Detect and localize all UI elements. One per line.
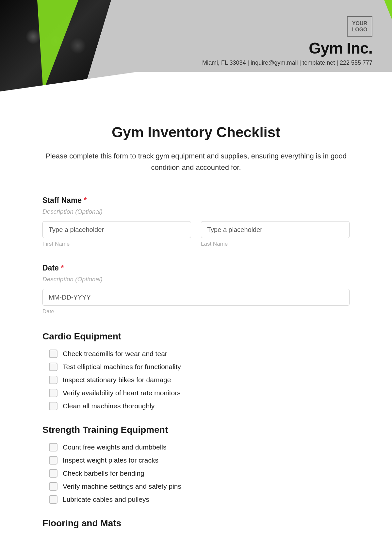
checkbox[interactable] [49, 402, 57, 410]
checklist-item: Verify availability of heart rate monito… [49, 389, 350, 397]
checkbox[interactable] [49, 443, 57, 451]
form-title: Gym Inventory Checklist [42, 124, 350, 140]
field-date: Date * Description (Optional) Date [42, 264, 350, 315]
checklist-item-label: Lubricate cables and pulleys [63, 496, 149, 503]
checkbox[interactable] [49, 482, 57, 491]
green-accent-right [372, 0, 392, 20]
checkbox[interactable] [49, 469, 57, 478]
checklist-item-label: Check barbells for bending [63, 469, 144, 477]
staff-name-label: Staff Name * [42, 196, 350, 205]
date-label: Date * [42, 264, 350, 272]
logo-placeholder: YOUR LOGO [347, 16, 372, 37]
checklist-item: Count free weights and dumbbells [49, 443, 350, 451]
section-title: Flooring and Mats [42, 518, 350, 529]
checkbox[interactable] [49, 495, 57, 504]
checkbox[interactable] [49, 363, 57, 371]
checkbox[interactable] [49, 376, 57, 384]
first-name-input[interactable] [42, 221, 191, 238]
checklist-item-label: Clean all machines thoroughly [63, 402, 155, 410]
section-title: Cardio Equipment [42, 331, 350, 342]
form-content: Gym Inventory Checklist Please complete … [0, 91, 392, 556]
company-name: Gym Inc. [309, 39, 372, 57]
label-text: Date [42, 264, 59, 272]
contact-info: Miami, FL 33034 | inquire@gym.mail | tem… [202, 59, 372, 66]
first-name-sublabel: First Name [42, 241, 191, 247]
checklist-item-label: Check treadmills for wear and tear [63, 350, 167, 358]
checklist-item-label: Verify machine settings and safety pins [63, 482, 181, 490]
date-input[interactable] [42, 289, 350, 306]
checklist-item-label: Inspect stationary bikes for damage [63, 376, 171, 384]
checklist-item: Test elliptical machines for functionali… [49, 363, 350, 371]
checklist-item-label: Inspect weight plates for cracks [63, 456, 158, 464]
checklist-item: Lubricate cables and pulleys [49, 495, 350, 504]
optional-desc: Description (Optional) [42, 208, 350, 215]
checklist: Check treadmills for wear and tearTest e… [42, 350, 350, 410]
required-mark: * [84, 196, 87, 204]
checkbox[interactable] [49, 456, 57, 465]
checkbox[interactable] [49, 350, 57, 358]
checklist-item-label: Test elliptical machines for functionali… [63, 363, 181, 371]
checklist: Count free weights and dumbbellsInspect … [42, 443, 350, 504]
checkbox[interactable] [49, 389, 57, 397]
checklist-item: Check treadmills for wear and tear [49, 350, 350, 358]
checklist-item: Clean all machines thoroughly [49, 402, 350, 410]
label-text: Staff Name [42, 196, 82, 204]
form-description: Please complete this form to track gym e… [42, 150, 350, 173]
optional-desc: Description (Optional) [42, 276, 350, 283]
checklist-item-label: Verify availability of heart rate monito… [63, 389, 181, 397]
required-mark: * [61, 264, 64, 272]
checklist-item: Verify machine settings and safety pins [49, 482, 350, 491]
field-staff-name: Staff Name * Description (Optional) Firs… [42, 196, 350, 247]
checklist-item: Check barbells for bending [49, 469, 350, 478]
section-title: Strength Training Equipment [42, 425, 350, 435]
checklist-item: Inspect stationary bikes for damage [49, 376, 350, 384]
checklist-item: Inspect weight plates for cracks [49, 456, 350, 465]
date-sublabel: Date [42, 308, 350, 315]
checklist-item-label: Count free weights and dumbbells [63, 443, 167, 451]
last-name-input[interactable] [201, 221, 350, 238]
header-banner: YOUR LOGO Gym Inc. Miami, FL 33034 | inq… [0, 0, 392, 91]
last-name-sublabel: Last Name [201, 241, 350, 247]
